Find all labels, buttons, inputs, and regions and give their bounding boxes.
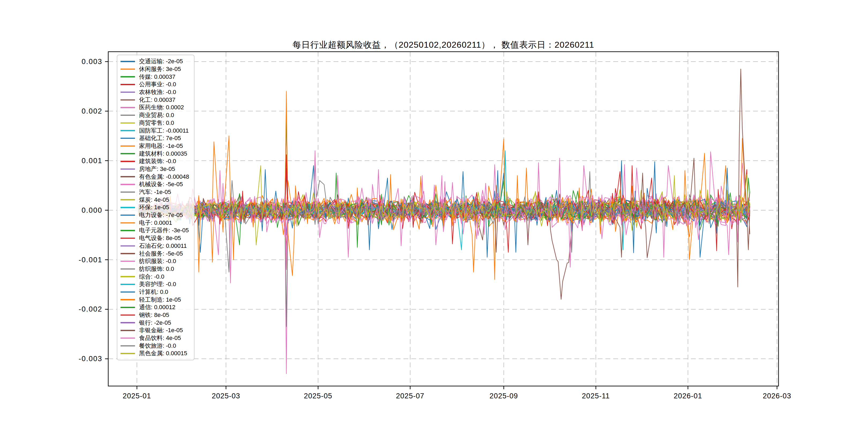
legend-swatch	[121, 69, 135, 70]
legend-swatch	[121, 130, 135, 131]
legend-item: 建筑装饰: -0.0	[121, 157, 189, 165]
legend-swatch	[121, 191, 135, 193]
legend-item-label: 电子: 0.0001	[139, 219, 172, 227]
legend-item-label: 基础化工: 7e-05	[139, 134, 181, 142]
legend-item: 医药生物: 0.0002	[121, 104, 189, 112]
legend-item: 房地产: 3e-05	[121, 165, 189, 173]
legend-swatch	[121, 307, 135, 308]
legend-item-label: 非银金融: -1e-05	[139, 326, 183, 334]
legend-swatch	[121, 176, 135, 177]
legend-item-label: 建筑装饰: -0.0	[139, 157, 176, 165]
legend-item-label: 国防军工: -0.00011	[139, 127, 189, 135]
legend-item: 黑色金属: 0.00015	[121, 350, 189, 358]
y-tick-label: 0.003	[82, 57, 102, 66]
legend-item: 石油石化: 0.00011	[121, 242, 189, 250]
legend-item-label: 银行: -2e-05	[139, 319, 171, 327]
legend-item: 电力设备: -7e-05	[121, 211, 189, 219]
y-tick-label: -0.003	[79, 355, 102, 363]
legend-item-label: 煤炭: 4e-05	[139, 196, 169, 204]
legend-swatch	[121, 146, 135, 147]
legend-item-label: 综合: -0.0	[139, 273, 164, 281]
legend-item: 计算机: 0.0	[121, 288, 189, 296]
legend-item: 化工: 0.00037	[121, 96, 189, 104]
legend-item-label: 环保: 1e-05	[139, 203, 169, 211]
legend-swatch	[121, 330, 135, 331]
legend-item-label: 机械设备: -5e-05	[139, 180, 183, 188]
legend-item: 机械设备: -5e-05	[121, 181, 189, 188]
figure-canvas: 每日行业超额风险收益，（20250102,20260211）， 数值表示日：20…	[0, 0, 868, 434]
legend-item: 传媒: 0.00037	[121, 73, 189, 81]
legend-item: 电气设备: 8e-05	[121, 235, 189, 242]
legend-item-label: 轻工制造: 1e-05	[139, 296, 181, 304]
legend-box: 交通运输: -2e-05休闲服务: 3e-05传媒: 0.00037公用事业: …	[117, 55, 194, 360]
legend-item-label: 美容护理: -0.0	[139, 280, 176, 288]
legend-swatch	[121, 291, 135, 293]
legend-item: 社会服务: -5e-05	[121, 250, 189, 257]
legend-swatch	[121, 338, 135, 339]
legend-swatch	[121, 161, 135, 162]
legend-swatch	[121, 153, 135, 154]
legend-swatch	[121, 284, 135, 285]
legend-swatch	[121, 199, 135, 200]
legend-item: 有色金属: -0.00048	[121, 173, 189, 181]
legend-swatch	[121, 314, 135, 316]
legend-item-label: 家用电器: -1e-05	[139, 142, 183, 150]
legend-swatch	[121, 345, 135, 347]
legend-item: 煤炭: 4e-05	[121, 196, 189, 204]
legend-swatch	[121, 99, 135, 101]
legend-item-label: 电子元器件: -3e-05	[139, 226, 189, 235]
legend-swatch	[121, 222, 135, 224]
x-tick-label: 2025-07	[396, 392, 424, 400]
legend-swatch	[121, 122, 135, 124]
legend-item-label: 食品饮料: 4e-05	[139, 334, 181, 342]
x-tick-label: 2025-09	[490, 392, 518, 400]
legend-item-label: 农林牧渔: -0.0	[139, 88, 176, 96]
legend-swatch	[121, 138, 135, 139]
legend-swatch	[121, 184, 135, 185]
legend-item: 基础化工: 7e-05	[121, 134, 189, 142]
legend-item-label: 公用事业: -0.0	[139, 81, 176, 88]
legend-item: 食品饮料: 4e-05	[121, 334, 189, 342]
legend-item: 家用电器: -1e-05	[121, 142, 189, 150]
y-tick-label: -0.001	[79, 255, 102, 264]
legend-item-label: 建筑材料: 0.00035	[139, 150, 187, 158]
legend-item: 汽车: -1e-05	[121, 188, 189, 196]
legend-item-label: 社会服务: -5e-05	[139, 250, 183, 258]
legend-item: 轻工制造: 1e-05	[121, 296, 189, 304]
x-tick-label: 2026-01	[674, 392, 702, 400]
legend-item: 国防军工: -0.00011	[121, 127, 189, 134]
legend-item: 电子: 0.0001	[121, 219, 189, 227]
legend-item: 公用事业: -0.0	[121, 81, 189, 88]
legend-item-label: 商业贸易: 0.0	[139, 111, 174, 119]
legend-swatch	[121, 230, 135, 231]
legend-swatch	[121, 207, 135, 208]
legend-swatch	[121, 245, 135, 247]
legend-item-label: 化工: 0.00037	[139, 96, 176, 104]
legend-swatch	[121, 92, 135, 93]
legend-swatch	[121, 299, 135, 300]
legend-item-label: 餐饮旅游: -0.0	[139, 342, 176, 350]
y-tick-label: 0.001	[82, 156, 102, 165]
legend-item-label: 医药生物: 0.0002	[139, 103, 184, 112]
legend-swatch	[121, 115, 135, 116]
legend-item-label: 商贸零售: 0.0	[139, 119, 174, 127]
legend-item: 餐饮旅游: -0.0	[121, 342, 189, 350]
legend-swatch	[121, 61, 135, 62]
x-tick-label: 2025-03	[212, 392, 240, 400]
chart-title: 每日行业超额风险收益，（20250102,20260211）， 数值表示日：20…	[292, 39, 594, 51]
legend-item-label: 计算机: 0.0	[139, 288, 168, 296]
legend-item: 综合: -0.0	[121, 273, 189, 280]
y-tick-label: -0.002	[79, 305, 102, 313]
x-tick-label: 2025-05	[304, 392, 332, 400]
legend-swatch	[121, 353, 135, 354]
legend-item: 交通运输: -2e-05	[121, 58, 189, 65]
legend-item-label: 房地产: 3e-05	[139, 165, 175, 173]
legend-item: 非银金融: -1e-05	[121, 327, 189, 334]
legend-item-label: 汽车: -1e-05	[139, 188, 171, 196]
legend-item: 纺织服饰: 0.0	[121, 265, 189, 273]
x-tick-label: 2025-01	[123, 392, 151, 400]
legend-item-label: 休闲服务: 3e-05	[139, 65, 181, 73]
legend-item: 环保: 1e-05	[121, 204, 189, 211]
legend-swatch	[121, 76, 135, 78]
series-line	[138, 91, 750, 276]
